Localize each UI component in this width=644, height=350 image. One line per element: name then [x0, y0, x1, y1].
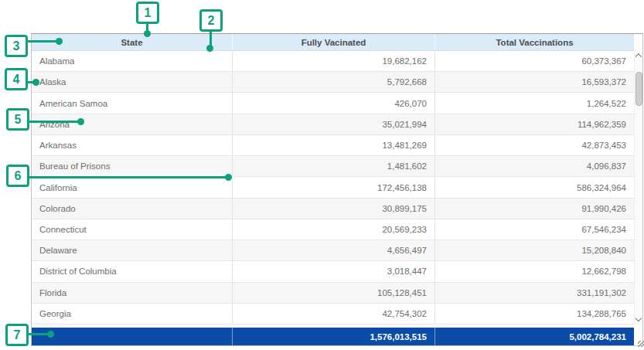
state-cell: American Samoa [32, 93, 232, 113]
callout-4: 4 [5, 68, 28, 90]
fully-vaccinated-cell: 1,481,602 [232, 156, 434, 176]
callout-3: 3 [5, 35, 28, 57]
fully-vaccinated-cell: 105,128,451 [232, 283, 434, 303]
total-vaccinations-cell: 12,662,798 [434, 261, 634, 281]
fully-vaccinated-cell: 5,792,668 [232, 72, 434, 92]
total-vaccinations-cell: 134,288,765 [434, 304, 634, 324]
totals-row: 1,576,013,515 5,002,784,231 [32, 328, 634, 345]
table-body: Alabama19,682,16260,373,367Alaska5,792,6… [32, 51, 634, 325]
callout-7: 7 [5, 324, 29, 346]
total-vaccinations-cell: 1,264,522 [434, 93, 634, 113]
scrollbar-thumb[interactable] [635, 72, 642, 106]
fully-vaccinated-cell: 42,754,302 [232, 304, 434, 324]
fully-vaccinated-cell: 3,018,447 [232, 261, 434, 281]
table-row[interactable]: Connecticut20,569,23367,546,234 [32, 219, 634, 240]
fully-vaccinated-cell: 172,456,138 [232, 177, 434, 197]
vertical-scrollbar[interactable] [634, 51, 642, 325]
table-row[interactable]: Florida105,128,451331,191,302 [32, 283, 634, 304]
state-cell: Florida [32, 283, 232, 303]
callout-5-dot [77, 118, 84, 125]
column-header-total-vaccinations[interactable]: Total Vaccinations [434, 34, 634, 50]
total-vaccinations-cell: 114,962,359 [434, 114, 634, 134]
callout-2-dot [206, 45, 213, 52]
callout-2: 2 [199, 9, 223, 32]
callout-5-line [29, 121, 80, 123]
total-vaccinations-cell: 586,324,964 [434, 177, 634, 197]
callout-6-line [29, 176, 227, 178]
table-row[interactable]: Alabama19,682,16260,373,367 [32, 51, 634, 72]
total-vaccinations-cell: 15,208,840 [434, 240, 634, 260]
callout-3-dot [56, 38, 63, 45]
total-vaccinations-cell: 42,873,453 [434, 135, 634, 155]
table-row[interactable]: Alaska5,792,66816,593,372 [32, 72, 634, 93]
state-cell: Connecticut [32, 219, 232, 240]
totals-vaccinations-cell: 5,002,784,231 [434, 328, 634, 345]
scroll-up-button[interactable] [635, 51, 642, 61]
scroll-down-button[interactable] [635, 314, 642, 325]
resize-handle-icon[interactable] [638, 341, 644, 347]
column-header-fully-vaccinated[interactable]: Fully Vacinated [232, 34, 434, 50]
total-vaccinations-cell: 4,096,837 [434, 156, 634, 176]
callout-6-dot [225, 174, 232, 181]
total-vaccinations-cell: 16,593,372 [434, 72, 634, 92]
fully-vaccinated-cell: 20,569,233 [232, 219, 434, 240]
table-row[interactable]: Arizona35,021,994114,962,359 [32, 114, 634, 135]
total-vaccinations-cell: 67,546,234 [434, 219, 634, 240]
callout-1-dot [144, 30, 151, 37]
state-cell: District of Columbia [32, 261, 232, 281]
state-cell: Alaska [32, 72, 232, 92]
chevron-up-icon [635, 54, 642, 60]
table-row[interactable]: Georgia42,754,302134,288,765 [32, 304, 634, 325]
table-row[interactable]: Bureau of Prisons1,481,6024,096,837 [32, 156, 634, 177]
state-cell: Alabama [32, 51, 232, 71]
callout-4-dot [32, 79, 39, 86]
callout-3-line [28, 40, 59, 42]
chevron-down-icon [635, 315, 642, 321]
fully-vaccinated-cell: 426,070 [232, 93, 434, 113]
callout-6: 6 [6, 165, 29, 187]
callout-1: 1 [136, 2, 159, 24]
table-header-row: State Fully Vacinated Total Vaccinations [32, 34, 634, 51]
table-row[interactable]: Arkansas13,481,26942,873,453 [32, 135, 634, 156]
callout-7-line [29, 333, 49, 335]
fully-vaccinated-cell: 35,021,994 [232, 114, 434, 134]
total-vaccinations-cell: 91,990,426 [434, 199, 634, 219]
state-cell: Delaware [32, 240, 232, 260]
state-cell: Colorado [32, 199, 232, 219]
table-row[interactable]: Delaware4,656,49715,208,840 [32, 240, 634, 261]
state-cell: Georgia [32, 304, 232, 324]
fully-vaccinated-cell: 30,899,175 [232, 199, 434, 219]
state-cell: Bureau of Prisons [32, 156, 232, 176]
fully-vaccinated-cell: 19,682,162 [232, 51, 434, 71]
vaccination-table-widget: State Fully Vacinated Total Vaccinations… [31, 33, 643, 346]
total-vaccinations-cell: 331,191,302 [434, 283, 634, 303]
state-cell: California [32, 177, 232, 197]
dashboard-table-screenshot: { "colors": { "accent_green": "#0da17d",… [0, 0, 644, 350]
table-row[interactable]: American Samoa426,0701,264,522 [32, 93, 634, 114]
state-cell: Arkansas [32, 135, 232, 155]
table-row[interactable]: District of Columbia3,018,44712,662,798 [32, 261, 634, 282]
totals-state-cell [32, 328, 232, 345]
callout-7-dot [47, 331, 54, 338]
state-cell: Arizona [32, 114, 232, 134]
table-row[interactable]: Colorado30,899,17591,990,426 [32, 199, 634, 219]
totals-fully-vaccinated-cell: 1,576,013,515 [232, 328, 434, 345]
fully-vaccinated-cell: 13,481,269 [232, 135, 434, 155]
total-vaccinations-cell: 60,373,367 [434, 51, 634, 71]
callout-5: 5 [6, 108, 29, 131]
fully-vaccinated-cell: 4,656,497 [232, 240, 434, 260]
table-row[interactable]: California172,456,138586,324,964 [32, 177, 634, 198]
